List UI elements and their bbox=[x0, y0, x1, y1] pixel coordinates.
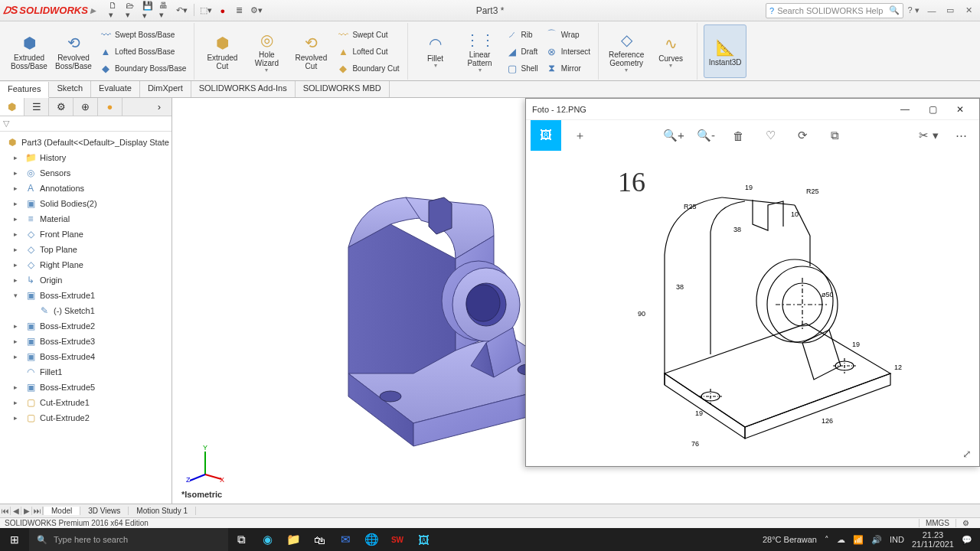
tray-notifications-icon[interactable]: 💬 bbox=[962, 535, 972, 545]
nav-next-icon[interactable]: ▶ bbox=[21, 507, 32, 515]
rib-button[interactable]: ⟋Rib bbox=[503, 26, 541, 43]
close-button[interactable]: ✕ bbox=[960, 3, 977, 18]
intersect-button[interactable]: ⊗Intersect bbox=[543, 43, 593, 60]
photos-min-button[interactable]: — bbox=[892, 99, 918, 119]
save-icon[interactable]: 💾▾ bbox=[142, 4, 155, 18]
tab-features[interactable]: Features bbox=[0, 82, 49, 98]
boundary-boss-button[interactable]: ◆Boundary Boss/Base bbox=[96, 60, 189, 77]
reference-geometry-button[interactable]: ◇Reference Geometry▾ bbox=[605, 24, 648, 78]
tree-item[interactable]: ▾▣Boss-Extrude1 bbox=[2, 288, 170, 303]
tree-item[interactable]: ▸▢Cut-Extrude2 bbox=[2, 410, 170, 425]
bottom-tab-model[interactable]: Model bbox=[44, 507, 80, 515]
lofted-boss-button[interactable]: ▲Lofted Boss/Base bbox=[96, 43, 189, 60]
fillet-button[interactable]: ◠Fillet▾ bbox=[414, 24, 457, 78]
tree-item[interactable]: ▸▣Boss-Extrude5 bbox=[2, 380, 170, 395]
extruded-boss-button[interactable]: ⬢Extruded Boss/Base bbox=[8, 24, 51, 78]
print-icon[interactable]: 🖶▾ bbox=[158, 4, 172, 18]
task-chrome-icon[interactable]: 🌐 bbox=[358, 528, 384, 551]
photos-delete-icon[interactable]: 🗑 bbox=[724, 122, 752, 149]
photos-gallery-icon[interactable]: 🖼 bbox=[531, 120, 561, 151]
start-button[interactable]: ⊞ bbox=[0, 528, 29, 551]
fm-tab-property-icon[interactable]: ☰ bbox=[24, 98, 49, 116]
tree-item[interactable]: ▸▢Cut-Extrude1 bbox=[2, 395, 170, 410]
tree-item[interactable]: ▸◇Right Plane bbox=[2, 257, 170, 272]
settings-icon[interactable]: ⚙▾ bbox=[250, 4, 263, 18]
hole-wizard-button[interactable]: ◎Hole Wizard▾ bbox=[245, 24, 288, 78]
shell-button[interactable]: ▢Shell bbox=[503, 60, 541, 77]
wrap-button[interactable]: ⌒Wrap bbox=[543, 26, 593, 43]
nav-first-icon[interactable]: ⏮ bbox=[0, 507, 11, 515]
fm-tab-dimxpert-icon[interactable]: ⊕ bbox=[74, 98, 98, 116]
linear-pattern-button[interactable]: ⋮⋮Linear Pattern▾ bbox=[459, 24, 501, 78]
task-solidworks-icon[interactable]: SW bbox=[384, 528, 410, 551]
tree-item[interactable]: ▸▣Solid Bodies(2) bbox=[2, 196, 170, 211]
swept-boss-button[interactable]: 〰Swept Boss/Base bbox=[96, 26, 189, 43]
restore-button[interactable]: ▭ bbox=[942, 3, 959, 18]
photos-title-bar[interactable]: Foto - 12.PNG — ▢ ✕ bbox=[526, 99, 979, 120]
tab-sketch[interactable]: Sketch bbox=[49, 81, 91, 97]
minimize-button[interactable]: — bbox=[923, 3, 940, 18]
task-edge-icon[interactable]: ◉ bbox=[254, 528, 280, 551]
tree-item[interactable]: ▸≡Material bbox=[2, 211, 170, 227]
photos-edit-icon[interactable]: ✂ ▾ bbox=[915, 122, 942, 149]
photos-favorite-icon[interactable]: ♡ bbox=[756, 122, 784, 149]
help-dropdown[interactable]: ? ▾ bbox=[905, 3, 922, 18]
tree-item[interactable]: ▸↳Origin bbox=[2, 272, 170, 288]
nav-prev-icon[interactable]: ◀ bbox=[11, 507, 21, 515]
tree-item[interactable]: ▸▣Boss-Extrude4 bbox=[2, 349, 170, 364]
rebuild-icon[interactable]: ● bbox=[216, 4, 230, 18]
photos-crop-icon[interactable]: ⧉ bbox=[821, 122, 848, 149]
select-icon[interactable]: ⬚▾ bbox=[199, 4, 213, 18]
revolved-cut-button[interactable]: ⟲Revolved Cut bbox=[289, 24, 332, 78]
bottom-tab-motion[interactable]: Motion Study 1 bbox=[129, 507, 196, 515]
nav-last-icon[interactable]: ⏭ bbox=[32, 507, 43, 515]
tree-root[interactable]: ⬢Part3 (Default<<Default>_Display State bbox=[2, 135, 170, 150]
options-icon[interactable]: ≣ bbox=[233, 4, 247, 18]
tree-item[interactable]: ▸▣Boss-Extrude2 bbox=[2, 318, 170, 334]
task-explorer-icon[interactable]: 📁 bbox=[280, 528, 306, 551]
photos-close-button[interactable]: ✕ bbox=[947, 99, 973, 119]
fm-tab-more-icon[interactable]: › bbox=[147, 98, 172, 116]
mirror-button[interactable]: ⧗Mirror bbox=[543, 60, 593, 77]
tree-item[interactable]: ✎(-) Sketch1 bbox=[2, 303, 170, 318]
task-photos-icon[interactable]: 🖼 bbox=[410, 528, 436, 551]
tab-addins[interactable]: SOLIDWORKS Add-Ins bbox=[191, 81, 296, 97]
undo-icon[interactable]: ↶▾ bbox=[175, 4, 189, 18]
tray-wifi-icon[interactable]: 📶 bbox=[853, 535, 864, 545]
tab-dimxpert[interactable]: DimXpert bbox=[140, 81, 191, 97]
tab-evaluate[interactable]: Evaluate bbox=[91, 81, 140, 97]
photos-expand-icon[interactable]: ⤢ bbox=[962, 448, 972, 460]
draft-button[interactable]: ◢Draft bbox=[503, 43, 541, 60]
lofted-cut-button[interactable]: ▲Lofted Cut bbox=[334, 43, 402, 60]
curves-button[interactable]: ∿Curves▾ bbox=[649, 24, 692, 78]
tray-weather[interactable]: 28°C Berawan bbox=[763, 535, 817, 544]
new-icon[interactable]: 🗋▾ bbox=[108, 4, 122, 18]
task-view-icon[interactable]: ⧉ bbox=[228, 528, 254, 551]
tray-cloud-icon[interactable]: ☁ bbox=[837, 535, 845, 545]
tree-item[interactable]: ◠Fillet1 bbox=[2, 364, 170, 380]
tray-sound-icon[interactable]: 🔊 bbox=[871, 535, 882, 545]
extruded-cut-button[interactable]: ⬢Extruded Cut bbox=[201, 24, 243, 78]
photos-more-icon[interactable]: ⋯ bbox=[947, 122, 975, 149]
swept-cut-button[interactable]: 〰Swept Cut bbox=[334, 26, 402, 43]
open-icon[interactable]: 🗁▾ bbox=[125, 4, 139, 18]
revolved-boss-button[interactable]: ⟲Revolved Boss/Base bbox=[52, 24, 95, 78]
fm-filter-input[interactable]: ▽ bbox=[0, 116, 172, 132]
help-search-input[interactable]: ? Search SOLIDWORKS Help 🔍 bbox=[766, 3, 903, 18]
photos-zoomin-icon[interactable]: 🔍+ bbox=[660, 122, 688, 149]
taskbar-search-input[interactable]: 🔍 Type here to search bbox=[29, 528, 228, 551]
graphics-viewport[interactable]: 🔍 ⤢ ⟲ ▧ bbox=[172, 98, 980, 504]
tree-item[interactable]: ▸◇Top Plane bbox=[2, 242, 170, 257]
tray-lang[interactable]: IND bbox=[890, 535, 904, 544]
tray-clock[interactable]: 21.2321/11/2021 bbox=[912, 530, 954, 549]
photos-canvas[interactable]: 16 bbox=[526, 151, 979, 466]
fm-tab-tree-icon[interactable]: ⬢ bbox=[0, 98, 24, 116]
fm-tab-config-icon[interactable]: ⚙ bbox=[49, 98, 74, 116]
bottom-tab-3dviews[interactable]: 3D Views bbox=[80, 507, 129, 515]
tree-item[interactable]: ▸◇Front Plane bbox=[2, 227, 170, 242]
tree-item[interactable]: ▸▣Boss-Extrude3 bbox=[2, 334, 170, 349]
tab-mbd[interactable]: SOLIDWORKS MBD bbox=[296, 81, 390, 97]
status-custom-icon[interactable]: ⚙ bbox=[956, 519, 975, 527]
boundary-cut-button[interactable]: ◆Boundary Cut bbox=[334, 60, 402, 77]
instant3d-button[interactable]: 📐Instant3D bbox=[704, 24, 746, 78]
